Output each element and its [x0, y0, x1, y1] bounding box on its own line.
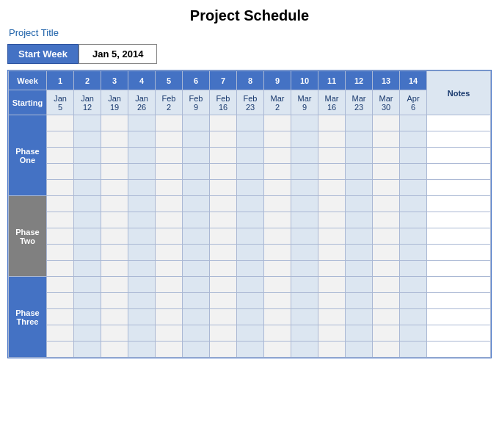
date-7: Feb16 [210, 90, 237, 115]
week-num-2: 2 [74, 71, 101, 90]
week-num-8: 8 [237, 71, 264, 90]
phase-two-row-2 [9, 212, 491, 228]
week-num-10: 10 [291, 71, 318, 90]
phase-two-row-5 [9, 261, 491, 277]
header-row-week-numbers: Week 1 2 3 4 5 6 7 8 9 10 11 12 13 14 No… [9, 71, 491, 90]
phase-three-row-1: PhaseThree [9, 277, 491, 293]
week-header: Week [9, 71, 47, 90]
phase-two-label: PhaseTwo [9, 196, 47, 277]
week-num-1: 1 [47, 71, 74, 90]
week-num-5: 5 [156, 71, 183, 90]
date-1: Jan5 [47, 90, 74, 115]
phase-two-row-1: PhaseTwo [9, 196, 491, 212]
week-num-6: 6 [183, 71, 210, 90]
week-num-13: 13 [373, 71, 400, 90]
date-9: Mar2 [264, 90, 291, 115]
phase-two-row-3 [9, 228, 491, 245]
phase-one-label: PhaseOne [9, 115, 47, 196]
header-row-dates: Starting Jan5 Jan12 Jan19 Jan26 Feb2 Feb… [9, 90, 491, 115]
date-11: Mar16 [318, 90, 346, 115]
start-week-value[interactable]: Jan 5, 2014 [79, 44, 157, 64]
date-12: Mar23 [346, 90, 373, 115]
phase-three-row-4 [9, 325, 491, 342]
date-6: Feb9 [183, 90, 210, 115]
phase-three-label: PhaseThree [9, 277, 47, 358]
phase-three-row-3 [9, 309, 491, 325]
week-num-12: 12 [346, 71, 373, 90]
week-num-7: 7 [210, 71, 237, 90]
notes-header: Notes [427, 71, 491, 115]
date-5: Feb2 [156, 90, 183, 115]
date-2: Jan12 [74, 90, 101, 115]
date-3: Jan19 [101, 90, 128, 115]
phase-one-row-1: PhaseOne [9, 115, 491, 131]
phase-three-row-2 [9, 293, 491, 309]
date-14: Apr6 [400, 90, 427, 115]
week-num-11: 11 [318, 71, 346, 90]
week-num-14: 14 [400, 71, 427, 90]
phase-one-row-4 [9, 164, 491, 180]
date-4: Jan26 [128, 90, 156, 115]
schedule-table-wrapper: Week 1 2 3 4 5 6 7 8 9 10 11 12 13 14 No… [7, 70, 492, 358]
project-title-label: Project Title [9, 27, 492, 38]
phase-one-row-2 [9, 131, 491, 148]
phase-two-row-4 [9, 245, 491, 261]
week-num-4: 4 [128, 71, 156, 90]
date-13: Mar30 [373, 90, 400, 115]
starting-header: Starting [9, 90, 47, 115]
week-num-3: 3 [101, 71, 128, 90]
date-8: Feb23 [237, 90, 264, 115]
phase-one-row-3 [9, 148, 491, 164]
page-title: Project Schedule [7, 7, 492, 24]
date-10: Mar9 [291, 90, 318, 115]
phase-one-row-5 [9, 180, 491, 196]
schedule-table: Week 1 2 3 4 5 6 7 8 9 10 11 12 13 14 No… [8, 71, 491, 358]
start-week-label: Start Week [7, 44, 79, 64]
phase-three-row-5 [9, 342, 491, 358]
week-num-9: 9 [264, 71, 291, 90]
